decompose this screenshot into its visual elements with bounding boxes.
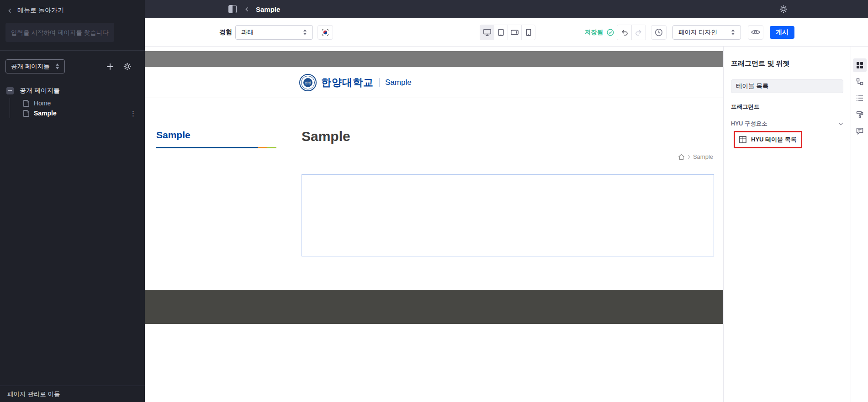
fragment-item-label: HYU 테이블 목록 [751,136,797,144]
site-header: 한양 한양대학교 Sample [145,67,723,98]
chevron-left-icon [7,8,12,14]
contents-tab[interactable] [853,91,867,105]
tree-item-label: Home [34,99,51,107]
page-design-options-tab[interactable] [853,108,867,121]
list-icon [856,95,863,101]
fragments-widgets-tab[interactable] [853,58,867,72]
grid-icon [856,62,863,69]
viewport-tablet-button[interactable] [494,25,508,40]
pages-tree: 공개 페이지들 Home Sample ⋮ [0,85,145,386]
back-to-menu-link[interactable]: 메뉴로 돌아가기 [0,0,145,20]
panel-icon-strip [851,47,868,402]
selector-icon [303,29,307,35]
page-editor-app: 메뉴로 돌아가기 공개 페이지들 공개 페이지들 [0,0,868,402]
fragment-item-hyu-table-list[interactable]: HYU 테이블 목록 [734,131,802,148]
tree-item-label: Sample [34,110,57,117]
page-collection-select[interactable]: 공개 페이지들 [5,59,65,73]
viewport-mobile-button[interactable] [521,25,535,40]
fragments-panel-content: 프래그먼트 및 위젯 프래그먼트 HYU 구성요소 [724,47,851,402]
experience-label: 경험 [219,28,232,37]
page-collection-row: 공개 페이지들 [5,59,139,73]
tablet-icon [498,29,504,36]
language-flag-button[interactable] [318,25,333,40]
top-bar: Sample [145,0,868,18]
pages-sidebar: 메뉴로 돌아가기 공개 페이지들 공개 페이지들 [0,0,145,402]
hierarchy-icon [856,78,863,85]
chevron-down-icon [838,122,843,125]
undo-button[interactable] [617,25,631,40]
fragments-search-input[interactable] [731,79,843,93]
clock-icon [655,28,663,37]
tree-item-home[interactable]: Home [23,98,139,108]
left-nav-heading: Sample [156,130,276,148]
selector-icon [731,29,735,35]
breadcrumb: Sample [678,153,713,160]
tree-root-label: 공개 페이지들 [20,87,60,95]
selector-icon [55,63,59,69]
undo-redo-group [617,25,646,40]
svg-text:한양: 한양 [305,81,311,84]
editor-page-title: Sample [256,5,280,13]
history-button[interactable] [651,25,667,40]
fragments-panel: 프래그먼트 및 위젯 프래그먼트 HYU 구성요소 [723,47,868,402]
page-actions-kebab-icon[interactable]: ⋮ [130,110,137,117]
underline-navy-segment [156,147,258,148]
comments-tab[interactable] [853,124,867,138]
tree-item-sample[interactable]: Sample ⋮ [23,108,139,118]
pages-settings-gear-icon[interactable] [122,61,133,72]
viewport-desktop-button[interactable] [480,25,494,40]
add-page-button[interactable] [104,61,116,73]
page-structure-tab[interactable] [853,75,867,89]
page-design-value: 페이지 디자인 [678,28,717,37]
header-divider [379,78,380,87]
breadcrumb-separator-icon [688,155,690,159]
experience-value: 과태 [241,28,254,37]
page-search-input[interactable] [5,23,114,42]
preview-eye-button[interactable] [748,25,763,40]
content-placeholder-box[interactable] [302,174,714,256]
page-settings-gear-icon[interactable] [779,5,788,13]
left-nav-heading-text: Sample [156,130,191,140]
editor-toolbar: 경험 과태 [145,18,868,47]
tree-children: Home Sample ⋮ [10,98,139,118]
product-menu-icon[interactable] [228,5,237,13]
page-heading: Sample [302,129,350,144]
heading-underline [156,147,276,148]
redo-button[interactable] [631,25,646,40]
fragments-section-label: 프래그먼트 [731,103,843,111]
site-subtitle: Sample [385,78,412,87]
landscape-phone-icon [511,29,519,36]
site-name[interactable]: 한양대학교 [321,76,374,89]
experience-select[interactable]: 과태 [235,25,313,40]
breadcrumb-current: Sample [693,153,713,160]
check-circle-icon [607,29,614,36]
page-design-select[interactable]: 페이지 디자인 [672,25,741,40]
viewport-landscape-button[interactable] [508,25,521,40]
fragment-collection-hyu[interactable]: HYU 구성요소 [731,120,843,128]
back-button[interactable] [244,6,249,12]
paint-roller-icon [856,111,863,118]
fragment-collection-label: HYU 구성요소 [731,120,767,128]
go-to-pages-admin-link[interactable]: 페이지 관리로 이동 [0,386,145,402]
table-icon [739,136,746,143]
pages-admin-label: 페이지 관리로 이동 [7,390,60,398]
site-top-band [145,51,723,67]
fragments-search [731,79,843,93]
undo-icon [621,29,628,36]
back-to-menu-label: 메뉴로 돌아가기 [17,6,64,15]
tree-root-pages[interactable]: 공개 페이지들 [5,85,139,96]
save-status: 저장됨 [585,28,614,37]
publish-button[interactable]: 게시 [770,26,794,39]
collapse-icon[interactable] [6,87,14,94]
content-row: 한양 한양대학교 Sample Sample Sample [145,47,868,402]
page-search [5,23,139,42]
viewport-size-group [480,25,535,40]
korean-flag-icon [321,28,329,37]
site-footer [145,290,723,324]
redo-icon [635,29,642,36]
saved-label: 저장됨 [585,28,603,37]
home-icon[interactable] [678,154,685,160]
comment-icon [856,127,863,135]
fragments-panel-title: 프래그먼트 및 위젯 [731,59,843,68]
page-collection-value: 공개 페이지들 [11,63,50,71]
